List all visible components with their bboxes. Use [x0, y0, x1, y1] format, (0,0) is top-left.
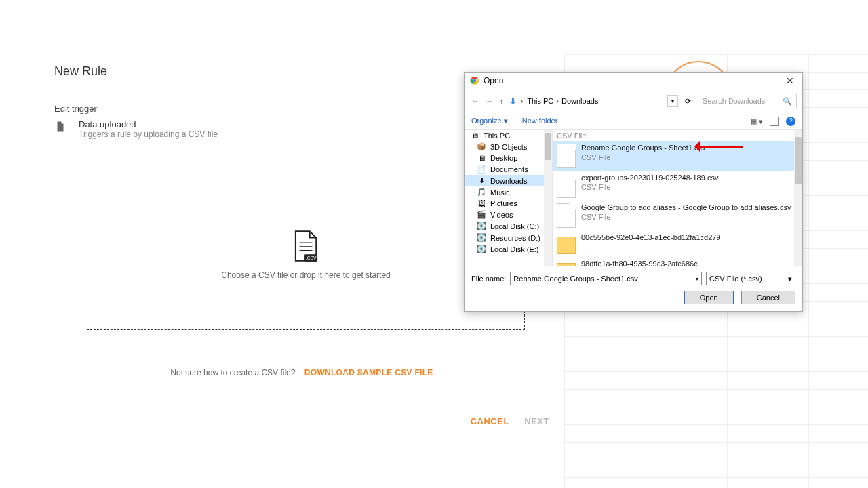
filename-value: Rename Google Groups - Sheet1.csv — [513, 274, 637, 283]
tree-item[interactable]: ⬇Downloads — [465, 175, 552, 186]
tree-item-label: Music — [490, 188, 510, 197]
breadcrumb: This PC › Downloads — [527, 97, 663, 105]
dialog-title: Open — [484, 76, 783, 85]
pc-icon: 🖥 — [470, 131, 479, 140]
filename-label: File name: — [471, 274, 506, 283]
filter-value: CSV File (*.csv) — [709, 274, 762, 283]
tree-item[interactable]: 🖥Desktop — [465, 152, 552, 163]
tree-item[interactable]: 💽Resources (D:) — [465, 232, 552, 243]
cancel-button[interactable]: CANCEL — [471, 416, 509, 426]
file-name: 00c555be-92e0-4e13-a1ec-bd12fa1cd279 — [581, 233, 721, 243]
crumb-downloads[interactable]: Downloads — [561, 97, 598, 105]
file-type: CSV File — [581, 183, 718, 192]
file-row[interactable]: Rename Google Groups - Sheet1.csvCSV Fil… — [553, 141, 802, 171]
search-input[interactable]: Search Downloads 🔍 — [698, 94, 797, 108]
help-icon[interactable]: ? — [786, 117, 795, 126]
svg-text:.CSV: .CSV — [306, 256, 317, 260]
downloads-icon: ⬇ — [509, 96, 517, 106]
dialog-footer: File name: Rename Google Groups - Sheet1… — [465, 266, 802, 311]
tree-item-label: Resources (D:) — [490, 234, 540, 242]
view-menu-icon[interactable]: ▦ ▾ — [750, 117, 763, 126]
folder-icon — [557, 263, 576, 266]
nav-back-icon[interactable]: ← — [470, 97, 480, 105]
next-button[interactable]: NEXT — [524, 416, 549, 426]
tree-this-pc-label: This PC — [484, 131, 510, 140]
tree-item[interactable]: 🎬Videos — [465, 209, 552, 220]
tree-item-label: Desktop — [490, 154, 517, 162]
search-icon: 🔍 — [783, 97, 792, 106]
crumb-sep: › — [556, 97, 559, 105]
close-icon[interactable]: ✕ — [783, 75, 797, 86]
file-row[interactable]: Google Group to add aliases - Google Gro… — [553, 201, 802, 230]
tree-item-label: Pictures — [490, 199, 517, 207]
folder-tree[interactable]: 🖥 This PC 📦3D Objects🖥Desktop📄Documents⬇… — [465, 130, 553, 266]
tree-item-label: Documents — [490, 165, 528, 174]
tree-item[interactable]: 📄Documents — [465, 163, 552, 175]
dialog-nav: ← → ↑ ⬇ › This PC › Downloads ▾ ⟳ Search… — [465, 89, 802, 113]
tree-item-label: Local Disk (E:) — [490, 245, 539, 253]
file-list[interactable]: CSV File Rename Google Groups - Sheet1.c… — [553, 130, 802, 266]
file-icon — [557, 144, 576, 168]
panel-footer: CANCEL NEXT — [54, 405, 549, 427]
file-row[interactable]: 98dffe1a-fb80-4935-99c3-2afc686c — [553, 257, 802, 266]
tree-item-icon: 💽 — [477, 245, 486, 253]
dropzone-text: Choose a CSV file or drop it here to get… — [221, 270, 390, 280]
filename-input[interactable]: Rename Google Groups - Sheet1.csv ▾ — [510, 272, 702, 285]
path-dropdown[interactable]: ▾ — [667, 95, 678, 107]
dialog-toolbar: Organize ▾ New folder ▦ ▾ ? — [465, 113, 802, 130]
file-type-truncated: CSV File — [553, 130, 802, 141]
dialog-cancel-button[interactable]: Cancel — [741, 291, 795, 304]
trigger-desc: Triggers a rule by uploading a CSV file — [79, 129, 218, 139]
tree-item-icon: 💽 — [477, 222, 486, 230]
file-type: CSV File — [581, 153, 705, 163]
tree-item-icon: 🎬 — [477, 210, 486, 219]
tree-item-icon: 🖥 — [477, 154, 486, 162]
tree-item[interactable]: 💽Local Disk (C:) — [465, 220, 552, 232]
tree-item-label: 3D Objects — [490, 143, 527, 151]
csv-file-icon: .CSV — [293, 230, 319, 262]
file-name: Google Group to add aliases - Google Gro… — [581, 203, 791, 213]
crumb-sep: › — [521, 97, 524, 105]
dialog-titlebar: Open ✕ — [465, 73, 802, 89]
hint-row: Not sure how to create a CSV file? DOWNL… — [54, 368, 549, 378]
tree-item-icon: 📄 — [477, 165, 486, 174]
tree-item-icon: 💽 — [477, 233, 486, 242]
tree-item[interactable]: 📦3D Objects — [465, 141, 552, 152]
file-open-dialog: Open ✕ ← → ↑ ⬇ › This PC › Downloads ▾ ⟳… — [464, 72, 803, 312]
nav-forward-icon[interactable]: → — [484, 97, 494, 105]
folder-icon — [557, 237, 576, 254]
filetype-filter[interactable]: CSV File (*.csv) ▾ — [706, 272, 795, 285]
crumb-this-pc[interactable]: This PC — [527, 97, 553, 105]
tree-item[interactable]: 💽Local Disk (E:) — [465, 243, 552, 255]
filter-dropdown-icon[interactable]: ▾ — [788, 274, 792, 283]
file-icon — [557, 174, 576, 198]
dialog-body: 🖥 This PC 📦3D Objects🖥Desktop📄Documents⬇… — [465, 130, 802, 266]
search-placeholder: Search Downloads — [703, 97, 765, 105]
open-button[interactable]: Open — [684, 291, 734, 304]
organize-menu[interactable]: Organize ▾ — [471, 117, 508, 125]
trigger-title: Data uploaded — [79, 119, 218, 129]
new-folder-button[interactable]: New folder — [522, 117, 558, 125]
chrome-icon — [470, 76, 479, 85]
tree-item[interactable]: 🎵Music — [465, 186, 552, 198]
download-sample-link[interactable]: DOWNLOAD SAMPLE CSV FILE — [304, 368, 433, 378]
tree-item[interactable]: 🖼Pictures — [465, 198, 552, 209]
file-icon — [557, 203, 576, 228]
file-row[interactable]: 00c555be-92e0-4e13-a1ec-bd12fa1cd279 — [553, 230, 802, 257]
preview-pane-icon[interactable] — [770, 117, 779, 126]
tree-scrollbar[interactable] — [544, 130, 552, 266]
file-name: Rename Google Groups - Sheet1.csv — [581, 144, 705, 153]
csv-dropzone[interactable]: .CSV Choose a CSV file or drop it here t… — [87, 180, 525, 330]
tree-item-icon: 🖼 — [477, 199, 486, 207]
tree-this-pc[interactable]: 🖥 This PC — [465, 130, 552, 141]
tree-item-icon: 🎵 — [477, 188, 486, 197]
file-row[interactable]: export-groups-20230119-025248-189.csvCSV… — [553, 171, 802, 201]
refresh-icon[interactable]: ⟳ — [682, 97, 694, 106]
tree-item-label: Videos — [490, 211, 513, 219]
nav-up-icon[interactable]: ↑ — [498, 97, 505, 105]
filelist-scrollbar[interactable] — [794, 130, 802, 266]
filename-dropdown-icon[interactable]: ▾ — [696, 276, 698, 282]
tree-item-label: Downloads — [490, 177, 527, 185]
tree-item-icon: ⬇ — [477, 176, 486, 185]
hint-text: Not sure how to create a CSV file? — [170, 368, 295, 378]
